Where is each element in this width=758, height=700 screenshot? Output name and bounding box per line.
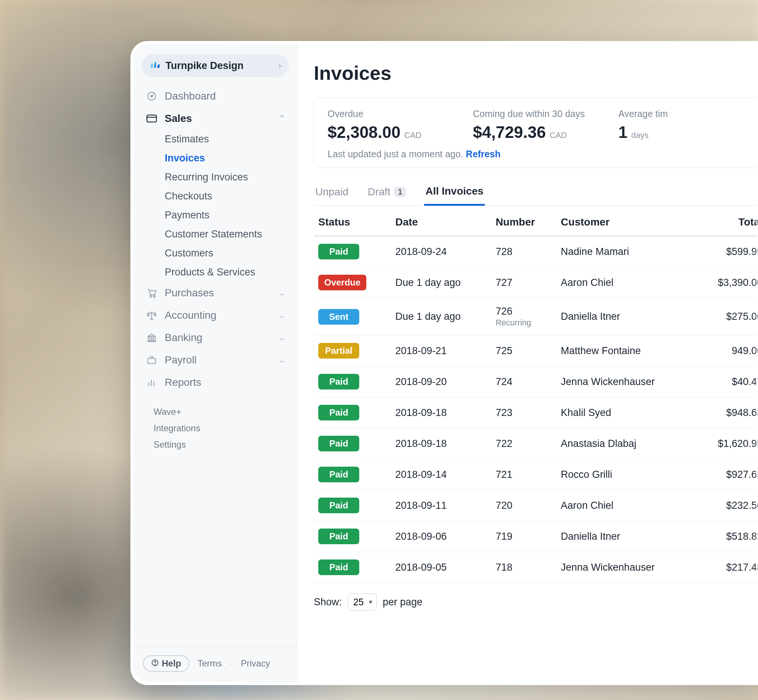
- table-row[interactable]: Paid2018-09-05718Jenna Wickenhauser$217.…: [314, 552, 758, 583]
- summary-currency: CAD: [550, 130, 567, 140]
- table-row[interactable]: OverdueDue 1 day ago727Aaron Chiel$3,390…: [314, 267, 758, 298]
- sidebar-subitem-checkouts[interactable]: Checkouts: [162, 187, 288, 206]
- help-button[interactable]: Help: [143, 655, 189, 672]
- help-label: Help: [162, 658, 181, 669]
- col-status[interactable]: Status: [314, 206, 391, 236]
- sidebar-subitem-estimates[interactable]: Estimates: [162, 130, 288, 149]
- sidebar-small-links: Wave+ Integrations Settings: [142, 397, 288, 453]
- sidebar-link-settings[interactable]: Settings: [154, 436, 277, 453]
- cell-number: 721: [491, 459, 557, 490]
- svg-rect-3: [147, 115, 156, 122]
- tab-all-invoices[interactable]: All Invoices: [424, 179, 485, 206]
- cell-customer: Aaron Chiel: [557, 490, 695, 521]
- bank-icon: [145, 333, 158, 342]
- cell-total: $275.00: [695, 298, 758, 336]
- col-number[interactable]: Number: [491, 206, 557, 236]
- col-customer[interactable]: Customer: [557, 206, 695, 236]
- cell-date: 2018-09-18: [391, 397, 491, 428]
- summary-amount: $2,308.00: [328, 123, 401, 142]
- sidebar-link-integrations[interactable]: Integrations: [154, 420, 277, 436]
- table-row[interactable]: Paid2018-09-20724Jenna Wickenhauser$40.4…: [314, 366, 758, 397]
- privacy-link[interactable]: Privacy: [241, 658, 270, 669]
- sidebar-item-payroll[interactable]: Payroll ⌄: [142, 349, 288, 371]
- status-badge: Paid: [318, 467, 359, 482]
- chevron-down-icon: ⌄: [278, 355, 285, 365]
- page-size-select[interactable]: 25: [348, 594, 377, 611]
- chevron-down-icon: ⌄: [278, 288, 285, 298]
- cell-number: 725: [491, 336, 557, 366]
- company-name: Turnpike Design: [165, 60, 274, 72]
- terms-link[interactable]: Terms: [198, 658, 222, 669]
- help-icon: [151, 658, 159, 669]
- tab-badge: 1: [394, 187, 406, 197]
- page-title: Invoices: [314, 62, 758, 84]
- cell-number: 720: [491, 490, 557, 521]
- sidebar-item-label: Dashboard: [165, 90, 216, 102]
- status-badge: Paid: [318, 559, 359, 575]
- chevron-right-icon: ›: [278, 60, 281, 71]
- sidebar-item-dashboard[interactable]: Dashboard: [142, 85, 288, 107]
- invoice-tabs: Unpaid Draft 1 All Invoices: [314, 179, 758, 206]
- summary-updated: Last updated just a moment ago. Refresh: [328, 149, 501, 159]
- sidebar-subitem-customers[interactable]: Customers: [162, 244, 288, 263]
- status-badge: Paid: [318, 528, 359, 544]
- sidebar-subitem-invoices[interactable]: Invoices: [162, 149, 288, 168]
- sidebar-item-accounting[interactable]: Accounting ⌄: [142, 304, 288, 327]
- updated-text: Last updated just a moment ago.: [328, 149, 466, 159]
- table-row[interactable]: Paid2018-09-24728Nadine Mamari$599.99: [314, 236, 758, 267]
- cell-number: 726Recurring: [491, 298, 557, 336]
- summary-coming-due: Coming due within 30 days $4,729.36 CAD: [473, 108, 585, 142]
- status-badge: Paid: [318, 498, 359, 513]
- cell-customer: Rocco Grilli: [557, 459, 695, 490]
- sidebar-item-banking[interactable]: Banking ⌄: [142, 327, 288, 349]
- cell-total: $948.63: [695, 397, 758, 428]
- sidebar-item-label: Reports: [165, 377, 201, 388]
- sidebar-subitem-payments[interactable]: Payments: [162, 206, 288, 225]
- cell-number: 719: [491, 521, 557, 552]
- status-badge: Paid: [318, 436, 359, 452]
- table-row[interactable]: SentDue 1 day ago726RecurringDaniella It…: [314, 298, 758, 336]
- cell-customer: Khalil Syed: [557, 397, 695, 428]
- briefcase-icon: [145, 356, 158, 364]
- sidebar-item-sales[interactable]: Sales ⌃: [142, 107, 288, 130]
- bar-chart-icon: [145, 378, 158, 387]
- summary-label: Overdue: [328, 108, 439, 119]
- summary-avg-time: Average tim 1 days: [618, 108, 730, 142]
- summary-amount: 1: [618, 123, 627, 142]
- cell-customer: Daniella Itner: [557, 298, 695, 336]
- tab-label: Draft: [368, 186, 391, 198]
- col-date[interactable]: Date: [391, 206, 491, 236]
- sidebar-link-waveplus[interactable]: Wave+: [154, 404, 277, 420]
- cell-number: 723: [491, 397, 557, 428]
- table-row[interactable]: Paid2018-09-06719Daniella Itner$518.82: [314, 521, 758, 552]
- cell-total: $217.48: [695, 552, 758, 583]
- sidebar-subitem-products-services[interactable]: Products & Services: [162, 263, 288, 282]
- svg-point-5: [150, 295, 152, 297]
- tab-draft[interactable]: Draft 1: [367, 179, 408, 205]
- sidebar-subitem-customer-statements[interactable]: Customer Statements: [162, 225, 288, 244]
- cell-number: 722: [491, 428, 557, 459]
- cell-customer: Anastasia Dlabaj: [557, 428, 695, 459]
- status-badge: Paid: [318, 374, 359, 389]
- company-switcher[interactable]: Turnpike Design ›: [142, 55, 289, 77]
- cell-date: 2018-09-21: [391, 336, 491, 366]
- table-row[interactable]: Paid2018-09-18722Anastasia Dlabaj$1,620.…: [314, 428, 758, 459]
- sidebar-item-reports[interactable]: Reports: [142, 371, 288, 394]
- sidebar-subitem-recurring-invoices[interactable]: Recurring Invoices: [162, 168, 288, 187]
- cell-total: $927.63: [695, 459, 758, 490]
- cell-number-sub: Recurring: [496, 318, 552, 328]
- col-total[interactable]: Total: [695, 206, 758, 236]
- tab-unpaid[interactable]: Unpaid: [314, 179, 350, 205]
- table-row[interactable]: Partial2018-09-21725Matthew Fontaine949.…: [314, 336, 758, 366]
- summary-label: Coming due within 30 days: [473, 108, 585, 119]
- refresh-link[interactable]: Refresh: [466, 149, 501, 159]
- cell-date: Due 1 day ago: [391, 267, 491, 298]
- table-row[interactable]: Paid2018-09-14721Rocco Grilli$927.63: [314, 459, 758, 490]
- cell-total: $1,620.95: [695, 428, 758, 459]
- table-row[interactable]: Paid2018-09-18723Khalil Syed$948.63: [314, 397, 758, 428]
- cell-total: 949.00: [695, 336, 758, 366]
- table-row[interactable]: Paid2018-09-11720Aaron Chiel$232.50: [314, 490, 758, 521]
- svg-point-6: [154, 295, 155, 297]
- cell-number: 728: [491, 236, 557, 267]
- sidebar-item-purchases[interactable]: Purchases ⌄: [142, 282, 288, 304]
